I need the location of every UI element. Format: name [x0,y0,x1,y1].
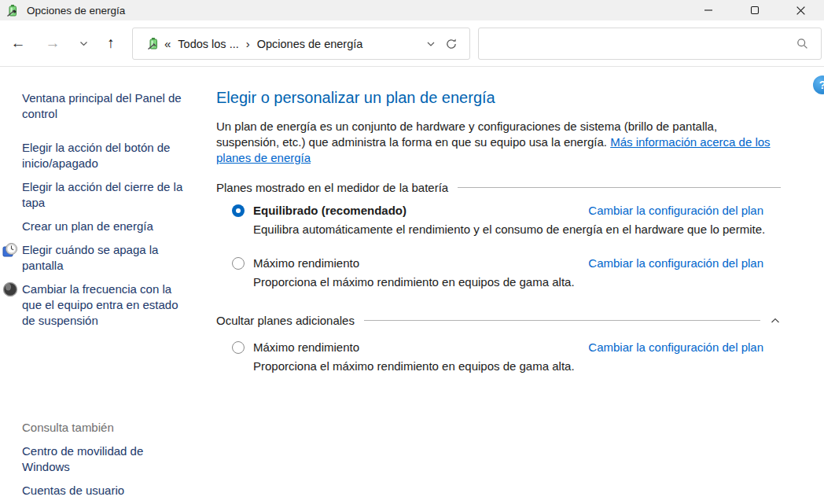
power-battery-icon [6,4,20,17]
plan-name[interactable]: Equilibrado (recomendado) [253,204,406,217]
up-icon[interactable]: ↑ [101,20,121,66]
close-icon[interactable] [778,0,824,20]
navigation-toolbar: ← → ↑ « Todos los ... › Opciones de ener… [0,20,824,67]
window-controls [685,0,824,20]
radio-balanced[interactable] [232,204,245,217]
chevron-up-icon[interactable] [770,315,781,326]
see-also-header: Consulta también [22,420,212,436]
recent-locations-chevron-icon[interactable] [75,20,91,66]
sidebar-item-user-accounts[interactable]: Cuentas de usuario [22,483,192,498]
hide-additional-plans-section-header: Ocultar planes adicionales [216,314,781,327]
plan-name[interactable]: Máximo rendimiento [253,256,359,270]
breadcrumb-separator: › [246,37,250,50]
power-sphere-icon [2,281,18,297]
radio-high-performance[interactable] [232,257,245,270]
page-description: Un plan de energía es un conjunto de har… [216,119,781,166]
tasks-sidebar: Ventana principal del Panel de control E… [0,67,212,504]
search-box[interactable] [478,28,822,60]
change-plan-settings-link[interactable]: Cambiar la configuración del plan [588,256,763,270]
clock-display-icon [2,242,18,258]
window-titlebar: Opciones de energía [0,0,824,20]
back-icon[interactable]: ← [8,20,28,66]
plan-name[interactable]: Máximo rendimiento [253,340,359,354]
refresh-icon[interactable] [441,34,462,54]
sidebar-item-label: Cambiar la frecuencia con la que el equi… [22,282,178,327]
plan-row-high-performance-additional: Máximo rendimiento Cambiar la configurac… [216,340,781,374]
plan-row-high-performance: Máximo rendimiento Cambiar la configurac… [216,256,781,290]
section-divider [458,187,781,188]
address-bar[interactable]: « Todos los ... › Opciones de energía [132,28,470,60]
sidebar-item-mobility-center[interactable]: Centro de movilidad de Windows [22,443,192,475]
radio-high-performance-additional[interactable] [232,341,245,354]
breadcrumb-power-options[interactable]: Opciones de energía [257,38,363,50]
sidebar-item-create-power-plan[interactable]: Crear un plan de energía [22,219,192,234]
change-plan-settings-link[interactable]: Cambiar la configuración del plan [588,204,763,217]
plan-row-balanced: Equilibrado (recomendado) Cambiar la con… [216,204,781,237]
hide-additional-plans-label: Ocultar planes adicionales [216,314,355,327]
forward-icon[interactable]: → [42,20,63,66]
battery-plans-section-header: Planes mostrado en el medidor de la bate… [216,181,781,194]
breadcrumb-all-items[interactable]: Todos los ... [178,38,238,50]
breadcrumb-overflow-marker[interactable]: « [164,37,171,50]
address-dropdown-chevron-icon[interactable] [421,34,441,54]
plan-description: Proporciona el máximo rendimiento en equ… [253,274,766,290]
window-title: Opciones de energía [27,5,125,17]
main-content: Elegir o personalizar un plan de energía… [216,67,781,374]
sidebar-item-sleep-timing[interactable]: Cambiar la frecuencia con la que el equi… [22,281,192,329]
power-options-window: Opciones de energía ← → ↑ [0,0,824,504]
search-icon[interactable] [796,38,808,50]
plan-description: Proporciona el máximo rendimiento en equ… [253,359,766,374]
sidebar-item-control-panel-home[interactable]: Ventana principal del Panel de control [22,90,192,122]
power-battery-icon [147,37,160,50]
battery-plans-section-label: Planes mostrado en el medidor de la bate… [216,181,448,194]
sidebar-item-lid-close-action[interactable]: Elegir la acción del cierre de la tapa [22,179,192,211]
maximize-icon[interactable] [731,0,778,20]
sidebar-item-label: Elegir cuándo se apaga la pantalla [22,243,158,272]
minimize-icon[interactable] [685,0,731,20]
search-input[interactable] [479,38,796,50]
plan-description: Equilibra automáticamente el rendimiento… [253,222,766,237]
section-divider [364,320,760,321]
sidebar-item-display-off-time[interactable]: Elegir cuándo se apaga la pantalla [22,242,192,274]
change-plan-settings-link[interactable]: Cambiar la configuración del plan [588,340,763,354]
sidebar-item-power-button-action[interactable]: Elegir la acción del botón de inicio/apa… [22,140,192,171]
help-icon[interactable]: ? [813,75,824,94]
page-title: Elegir o personalizar un plan de energía [216,89,781,107]
